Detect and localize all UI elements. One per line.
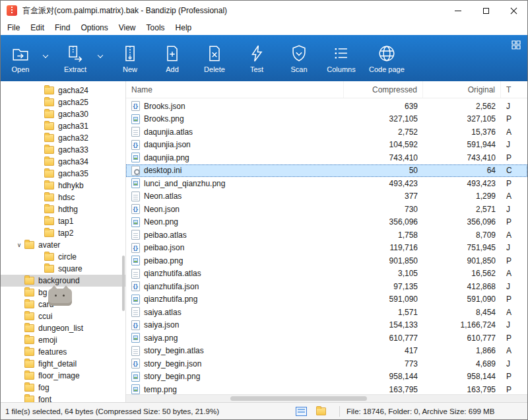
menu-item[interactable]: View — [114, 21, 141, 34]
menu-item[interactable]: File — [2, 21, 25, 34]
tree-item[interactable]: gacha24 — [1, 85, 125, 96]
tree-item[interactable]: ∨ avater — [1, 239, 125, 251]
extract-dropdown[interactable] — [95, 37, 105, 79]
test-label: Test — [250, 65, 263, 73]
tree-item[interactable]: hdhykb — [1, 180, 125, 192]
file-row[interactable]: saiya.atlas 1,571 8,454 A — [126, 306, 527, 319]
tree-item[interactable]: floor_image — [1, 370, 125, 382]
file-row[interactable]: qianzhutifa.png 591,090 591,090 P — [126, 293, 527, 306]
file-row[interactable]: story_begin.atlas 417 1,866 A — [126, 345, 527, 358]
menu-item[interactable]: Find — [50, 21, 75, 34]
tree-item[interactable]: font — [1, 394, 125, 402]
file-row[interactable]: desktop.ini 50 64 C — [126, 164, 527, 178]
file-row[interactable]: peibao.atlas 1,758 8,709 A — [126, 228, 527, 242]
tree-item[interactable]: gacha34 — [1, 156, 125, 168]
tree-item[interactable]: gacha32 — [1, 132, 125, 144]
file-type-letter: A — [501, 346, 527, 355]
file-row[interactable]: story_begin.png 958,144 958,144 P — [126, 370, 527, 384]
column-header-type[interactable]: T — [501, 81, 527, 98]
column-header-name[interactable]: Name — [126, 81, 344, 98]
open-button[interactable]: Open — [3, 37, 38, 79]
tree-item-label: gacha24 — [58, 86, 88, 95]
file-row[interactable]: peibao.json 119,716 751,945 J — [126, 242, 527, 255]
menu-item[interactable]: Tools — [141, 21, 170, 34]
tree-item[interactable]: tap1 — [1, 215, 125, 227]
file-type-icon — [131, 281, 140, 291]
file-original-size: 751,945 — [423, 243, 501, 252]
tree-item[interactable]: square — [1, 263, 125, 275]
minimize-button[interactable] — [444, 1, 472, 20]
tree-item[interactable]: emoji — [1, 334, 125, 346]
file-type-letter: P — [501, 153, 527, 162]
add-button[interactable]: Add — [155, 37, 189, 79]
file-row[interactable]: story_begin.json 773 4,689 J — [126, 357, 527, 370]
file-row[interactable]: Brooks.png 327,105 327,105 P — [126, 113, 527, 126]
tree-item[interactable]: fight_detail — [1, 358, 125, 370]
menu-item[interactable]: Edit — [25, 21, 50, 34]
file-name: story_begin.json — [144, 359, 201, 368]
file-row[interactable]: daqunjia.png 743,410 743,410 P — [126, 151, 527, 164]
view-mode-icon[interactable] — [296, 407, 307, 416]
column-header-original[interactable]: Original — [423, 81, 501, 98]
sidebar-scrollbar-thumb[interactable] — [122, 256, 125, 311]
file-row[interactable]: daqunjia.json 104,592 591,944 J — [126, 139, 527, 152]
menu-item[interactable]: Options — [75, 21, 113, 34]
horizontal-scrollbar[interactable] — [126, 394, 527, 402]
close-button[interactable] — [500, 1, 527, 20]
file-type-icon — [131, 178, 140, 188]
file-row[interactable]: Neon.atlas 377 1,299 A — [126, 190, 527, 203]
folder-icon — [24, 277, 34, 285]
delete-button[interactable]: Delete — [197, 37, 232, 79]
file-row[interactable]: Neon.json 730 2,571 J — [126, 203, 527, 216]
file-row[interactable]: peibao.png 901,850 901,850 P — [126, 254, 527, 267]
toolbar-layout-button[interactable] — [511, 40, 521, 50]
tree-item[interactable]: features — [1, 346, 125, 358]
file-type-letter: P — [501, 333, 527, 343]
new-button[interactable]: New — [113, 37, 147, 79]
tree-item[interactable]: gacha25 — [1, 96, 125, 108]
tree-item[interactable]: dungeon_list — [1, 322, 125, 334]
file-row[interactable]: saiya.png 610,777 610,777 P — [126, 332, 527, 345]
expander-icon[interactable]: ∨ — [14, 242, 24, 248]
codepage-button[interactable]: Code page — [366, 37, 407, 79]
file-compressed-size: 610,777 — [344, 333, 423, 343]
tree-item[interactable]: tap2 — [1, 227, 125, 239]
horizontal-scrollbar-thumb[interactable] — [230, 396, 367, 401]
file-row[interactable]: temp.png 163,795 163,795 P — [126, 383, 527, 394]
menu-item[interactable]: Help — [170, 21, 197, 34]
file-row[interactable]: Brooks.json 639 2,562 J — [126, 100, 527, 113]
column-header-compressed[interactable]: Compressed — [344, 81, 423, 98]
folder-icon — [24, 384, 34, 392]
tree-item-label: floor_image — [38, 371, 80, 380]
file-original-size: 163,795 — [423, 385, 501, 394]
maximize-button[interactable] — [472, 1, 500, 20]
scan-button[interactable]: Scan — [282, 37, 316, 79]
codepage-label: Code page — [369, 65, 405, 73]
open-dropdown[interactable] — [40, 37, 50, 79]
file-row[interactable]: Neon.png 356,096 356,096 P — [126, 216, 527, 229]
open-folder-icon[interactable] — [316, 407, 326, 415]
file-row[interactable]: qianzhutifa.atlas 3,105 16,562 A — [126, 267, 527, 281]
tree-item[interactable]: gacha33 — [1, 144, 125, 156]
tree-item[interactable]: circle — [1, 251, 125, 263]
tree-item[interactable]: ccui — [1, 310, 125, 322]
columns-button[interactable]: Columns — [324, 37, 358, 79]
tree-item[interactable]: hdthg — [1, 203, 125, 215]
tree-item[interactable]: hdsc — [1, 192, 125, 203]
tree-item[interactable]: gacha30 — [1, 108, 125, 120]
file-name: lunci_and_qianzhu.png — [144, 179, 225, 188]
file-type-icon — [131, 127, 140, 137]
tree-item[interactable]: gacha35 — [1, 168, 125, 180]
file-row[interactable]: daqunjia.atlas 2,752 15,376 A — [126, 125, 527, 139]
tree-item[interactable]: gacha31 — [1, 120, 125, 132]
file-row[interactable]: saiya.json 154,133 1,166,724 J — [126, 319, 527, 332]
tree-item[interactable]: fog — [1, 382, 125, 394]
chevron-down-icon — [42, 53, 48, 58]
file-row[interactable]: lunci_and_qianzhu.png 493,423 493,423 P — [126, 177, 527, 190]
file-row[interactable]: qianzhutifa.json 97,135 412,868 J — [126, 280, 527, 293]
window-title: 盲盒派对(com.palmpi.matrix).bak - Bandizip (… — [22, 5, 444, 17]
test-button[interactable]: Test — [240, 37, 274, 79]
extract-button[interactable]: Extract — [58, 37, 92, 79]
file-type-letter: P — [501, 295, 527, 304]
tree-item-label: gacha34 — [58, 157, 88, 166]
